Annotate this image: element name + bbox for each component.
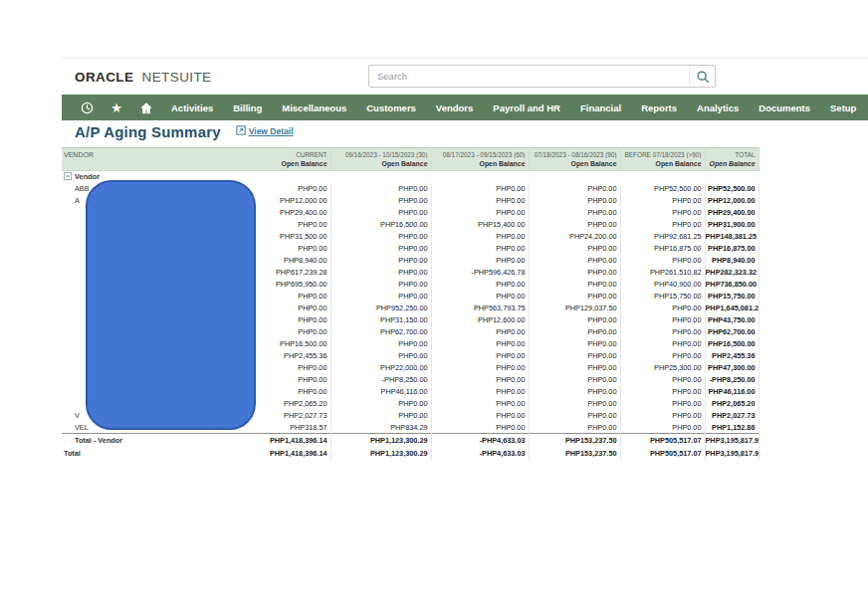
open-balance-amount[interactable]: PHP0.00 [431, 243, 529, 255]
shortcuts-star-icon[interactable]: ★ [102, 95, 131, 120]
open-balance-amount[interactable]: PHP0.00 [529, 374, 620, 386]
open-balance-amount[interactable]: PHP0.00 [431, 255, 529, 267]
open-balance-amount[interactable]: PHP0.00 [431, 231, 529, 243]
open-balance-amount[interactable]: PHP0.00 [431, 338, 529, 350]
open-balance-amount[interactable]: PHP25,300.00 [620, 362, 705, 374]
open-balance-amount[interactable]: -PHP8,250.00 [330, 374, 431, 386]
open-balance-amount[interactable]: PHP12,000.00 [257, 195, 330, 207]
open-balance-amount[interactable]: PHP0.00 [529, 255, 620, 267]
nav-item-activities[interactable]: Activities [161, 102, 223, 113]
open-balance-amount[interactable]: PHP16,500.00 [705, 338, 759, 350]
open-balance-amount[interactable]: PHP0.00 [529, 314, 620, 326]
open-balance-amount[interactable]: PHP0.00 [431, 374, 529, 386]
open-balance-amount[interactable]: PHP0.00 [620, 326, 705, 338]
open-balance-amount[interactable]: PHP129,037.50 [529, 303, 620, 314]
total-amount[interactable]: PHP1,418,396.14 [257, 447, 330, 460]
open-balance-amount[interactable]: PHP0.00 [330, 243, 431, 255]
open-balance-amount[interactable]: PHP0.00 [529, 219, 620, 231]
open-balance-amount[interactable]: PHP0.00 [620, 195, 705, 207]
open-balance-amount[interactable]: PHP52,500.00 [620, 183, 705, 195]
total-amount[interactable]: PHP153,237.50 [529, 434, 620, 447]
open-balance-amount[interactable]: PHP0.00 [330, 410, 431, 422]
nav-item-vendors[interactable]: Vendors [426, 102, 484, 113]
nav-item-billing[interactable]: Billing [223, 102, 272, 113]
nav-item-documents[interactable]: Documents [749, 102, 820, 113]
open-balance-amount[interactable]: PHP563,793.75 [431, 303, 529, 314]
open-balance-amount[interactable]: PHP0.00 [431, 410, 529, 422]
total-amount[interactable]: -PHP4,633.03 [431, 434, 529, 447]
open-balance-amount[interactable]: -PHP8,250.00 [705, 374, 759, 386]
open-balance-amount[interactable]: PHP0.00 [620, 422, 705, 434]
total-amount[interactable]: PHP1,123,300.29 [330, 447, 431, 460]
open-balance-amount[interactable]: PHP261,510.82 [620, 267, 705, 279]
open-balance-amount[interactable]: PHP16,875.00 [705, 243, 759, 255]
open-balance-amount[interactable]: PHP0.00 [330, 291, 431, 303]
open-balance-amount[interactable]: PHP0.00 [620, 410, 705, 422]
open-balance-amount[interactable]: PHP0.00 [330, 231, 431, 243]
open-balance-amount[interactable]: PHP0.00 [529, 422, 620, 434]
total-amount[interactable]: -PHP4,633.03 [431, 447, 529, 460]
open-balance-amount[interactable]: PHP0.00 [529, 326, 620, 338]
open-balance-amount[interactable]: PHP0.00 [620, 374, 705, 386]
open-balance-amount[interactable]: PHP15,750.00 [620, 291, 705, 303]
open-balance-amount[interactable]: PHP52,500.00 [705, 183, 759, 195]
open-balance-amount[interactable]: PHP0.00 [257, 243, 330, 255]
open-balance-amount[interactable]: PHP617,239.28 [257, 267, 330, 279]
open-balance-amount[interactable]: PHP0.00 [257, 303, 330, 314]
open-balance-amount[interactable]: PHP2,455.36 [257, 350, 330, 362]
open-balance-amount[interactable]: PHP15,750.00 [705, 291, 759, 303]
open-balance-amount[interactable]: PHP24,200.00 [529, 231, 620, 243]
open-balance-amount[interactable]: PHP0.00 [330, 195, 431, 207]
open-balance-amount[interactable]: PHP8,940.00 [705, 255, 759, 267]
open-balance-amount[interactable]: PHP952,250.00 [330, 303, 431, 314]
open-balance-amount[interactable]: PHP0.00 [529, 267, 620, 279]
total-amount[interactable]: PHP3,195,817.97 [705, 434, 759, 447]
open-balance-amount[interactable]: PHP12,000.00 [705, 195, 759, 207]
open-balance-amount[interactable]: PHP0.00 [330, 267, 431, 279]
open-balance-amount[interactable]: PHP0.00 [620, 303, 705, 314]
open-balance-amount[interactable]: PHP0.00 [431, 326, 529, 338]
open-balance-amount[interactable]: PHP0.00 [529, 279, 620, 291]
open-balance-amount[interactable]: PHP0.00 [529, 410, 620, 422]
open-balance-amount[interactable]: -PHP596,426.78 [431, 267, 529, 279]
open-balance-amount[interactable]: PHP0.00 [257, 291, 330, 303]
open-balance-amount[interactable]: PHP282,323.32 [705, 267, 759, 279]
open-balance-amount[interactable]: PHP46,116.00 [705, 386, 759, 398]
open-balance-amount[interactable]: PHP16,500.00 [330, 219, 431, 231]
open-balance-amount[interactable]: PHP2,065.20 [705, 398, 759, 410]
open-balance-amount[interactable]: PHP0.00 [620, 207, 705, 219]
open-balance-amount[interactable]: PHP0.00 [257, 326, 330, 338]
open-balance-amount[interactable]: PHP0.00 [620, 338, 705, 350]
open-balance-amount[interactable]: PHP0.00 [529, 362, 620, 374]
open-balance-amount[interactable]: PHP40,900.00 [620, 279, 705, 291]
open-balance-amount[interactable]: PHP29,400.00 [705, 207, 759, 219]
open-balance-amount[interactable]: PHP148,381.25 [705, 231, 759, 243]
open-balance-amount[interactable]: PHP0.00 [529, 207, 620, 219]
open-balance-amount[interactable]: PHP0.00 [330, 279, 431, 291]
nav-item-customers[interactable]: Customers [356, 102, 426, 113]
open-balance-amount[interactable]: PHP0.00 [529, 291, 620, 303]
open-balance-amount[interactable]: PHP16,875.00 [620, 243, 705, 255]
open-balance-amount[interactable]: PHP0.00 [620, 314, 705, 326]
open-balance-amount[interactable]: PHP0.00 [529, 338, 620, 350]
open-balance-amount[interactable]: PHP2,027.73 [257, 410, 330, 422]
open-balance-amount[interactable]: PHP0.00 [431, 195, 529, 207]
open-balance-amount[interactable]: PHP46,116.00 [330, 386, 431, 398]
nav-item-analytics[interactable]: Analytics [687, 102, 749, 113]
open-balance-amount[interactable]: PHP0.00 [620, 350, 705, 362]
home-icon[interactable] [131, 95, 161, 120]
search-input[interactable] [369, 66, 689, 87]
open-balance-amount[interactable]: PHP0.00 [431, 422, 529, 434]
nav-item-setup[interactable]: Setup [820, 102, 866, 113]
open-balance-amount[interactable]: PHP22,000.00 [330, 362, 431, 374]
open-balance-amount[interactable]: PHP0.00 [257, 362, 330, 374]
open-balance-amount[interactable]: PHP0.00 [620, 398, 705, 410]
total-amount[interactable]: PHP153,237.50 [529, 447, 620, 460]
open-balance-amount[interactable]: PHP0.00 [431, 398, 529, 410]
view-detail-link[interactable]: View Detail [236, 125, 294, 137]
open-balance-amount[interactable]: PHP62,700.00 [705, 326, 759, 338]
recent-records-icon[interactable] [72, 95, 102, 120]
open-balance-amount[interactable]: PHP0.00 [330, 398, 431, 410]
open-balance-amount[interactable]: PHP0.00 [330, 255, 431, 267]
open-balance-amount[interactable]: PHP16,500.00 [257, 338, 330, 350]
